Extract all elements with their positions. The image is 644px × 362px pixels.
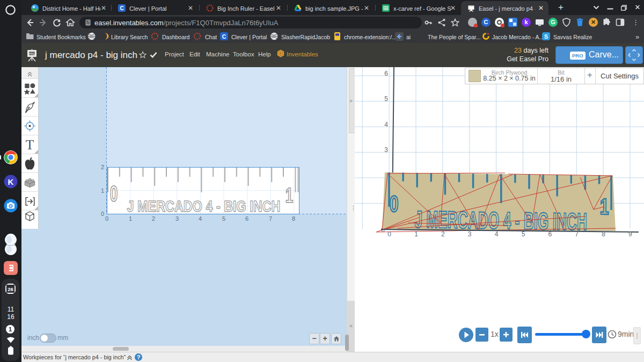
svg-text:9: 9 [628, 230, 632, 238]
svg-text:5: 5 [522, 230, 525, 238]
svg-text:5: 5 [384, 95, 388, 103]
svg-text:4: 4 [384, 121, 388, 128]
svg-text:K: K [8, 177, 14, 186]
svg-text:8: 8 [602, 230, 605, 238]
svg-text:C: C [222, 33, 226, 40]
svg-text:C: C [120, 5, 123, 11]
svg-text:6: 6 [548, 230, 552, 238]
svg-text:0: 0 [389, 191, 398, 216]
svg-text:1: 1 [599, 194, 609, 219]
svg-text:PRO: PRO [29, 52, 36, 55]
svg-text:J MERCADO 4 - BIG INCH: J MERCADO 4 - BIG INCH [127, 197, 281, 214]
svg-text:3: 3 [384, 146, 388, 154]
svg-text:26: 26 [8, 286, 13, 292]
svg-text:4: 4 [495, 230, 499, 238]
svg-text:0: 0 [110, 181, 118, 206]
svg-text:7: 7 [575, 230, 579, 238]
svg-text:1: 1 [414, 230, 418, 238]
svg-text:T: T [26, 137, 34, 152]
svg-text:S: S [544, 33, 548, 40]
svg-text:1: 1 [286, 184, 293, 207]
svg-text:2: 2 [441, 230, 445, 238]
svg-text:3: 3 [468, 230, 472, 238]
svg-text:0: 0 [387, 230, 391, 238]
svg-text:6: 6 [384, 70, 388, 77]
